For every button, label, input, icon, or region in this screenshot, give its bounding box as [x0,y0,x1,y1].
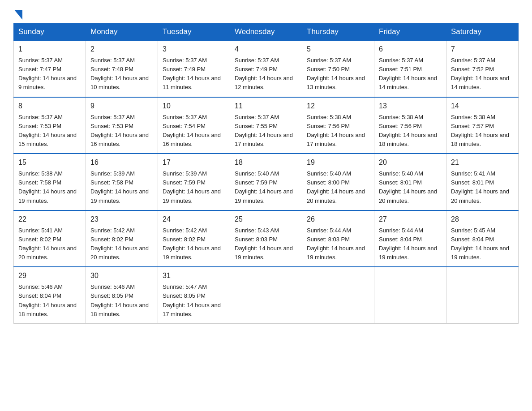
day-number: 28 [451,214,514,225]
day-info: Sunrise: 5:40 AMSunset: 8:00 PMDaylight:… [307,170,365,204]
calendar-week-row: 29 Sunrise: 5:46 AMSunset: 8:04 PMDaylig… [14,267,519,323]
day-number: 20 [379,157,442,168]
calendar-cell: 13 Sunrise: 5:38 AMSunset: 7:56 PMDaylig… [374,97,446,154]
calendar-cell: 1 Sunrise: 5:37 AMSunset: 7:47 PMDayligh… [14,40,86,97]
logo-flag-icon [14,10,22,21]
calendar-cell: 7 Sunrise: 5:37 AMSunset: 7:52 PMDayligh… [446,40,519,97]
day-number: 27 [379,214,442,225]
calendar-cell: 29 Sunrise: 5:46 AMSunset: 8:04 PMDaylig… [14,267,86,323]
calendar-cell: 27 Sunrise: 5:44 AMSunset: 8:04 PMDaylig… [374,210,446,267]
calendar-cell: 22 Sunrise: 5:41 AMSunset: 8:02 PMDaylig… [14,210,86,267]
calendar-cell: 8 Sunrise: 5:37 AMSunset: 7:53 PMDayligh… [14,97,86,154]
day-info: Sunrise: 5:37 AMSunset: 7:47 PMDaylight:… [18,57,77,90]
day-info: Sunrise: 5:41 AMSunset: 8:02 PMDaylight:… [18,227,77,261]
calendar-cell: 25 Sunrise: 5:43 AMSunset: 8:03 PMDaylig… [230,210,302,267]
calendar-header-sunday: Sunday [14,24,86,41]
day-info: Sunrise: 5:37 AMSunset: 7:54 PMDaylight:… [163,114,221,147]
day-info: Sunrise: 5:37 AMSunset: 7:52 PMDaylight:… [451,57,509,90]
calendar-cell: 2 Sunrise: 5:37 AMSunset: 7:48 PMDayligh… [86,40,158,97]
day-number: 25 [235,214,297,225]
day-number: 2 [90,44,153,55]
day-number: 18 [235,157,297,168]
day-number: 12 [307,101,369,111]
calendar-cell [446,267,519,323]
day-info: Sunrise: 5:47 AMSunset: 8:05 PMDaylight:… [163,283,221,317]
calendar-cell: 24 Sunrise: 5:42 AMSunset: 8:02 PMDaylig… [158,210,230,267]
day-number: 17 [163,157,225,168]
day-number: 10 [163,101,225,111]
day-number: 1 [18,44,81,55]
calendar-cell: 12 Sunrise: 5:38 AMSunset: 7:56 PMDaylig… [302,97,374,154]
calendar-cell: 16 Sunrise: 5:39 AMSunset: 7:58 PMDaylig… [86,154,158,210]
day-number: 24 [163,214,225,225]
day-number: 15 [18,157,81,168]
calendar-cell: 14 Sunrise: 5:38 AMSunset: 7:57 PMDaylig… [446,97,519,154]
day-number: 29 [18,270,81,281]
day-number: 11 [235,101,297,111]
day-number: 23 [90,214,153,225]
calendar-cell: 23 Sunrise: 5:42 AMSunset: 8:02 PMDaylig… [86,210,158,267]
day-number: 22 [18,214,81,225]
calendar-table: SundayMondayTuesdayWednesdayThursdayFrid… [13,23,519,324]
calendar-cell: 26 Sunrise: 5:44 AMSunset: 8:03 PMDaylig… [302,210,374,267]
calendar-cell: 17 Sunrise: 5:39 AMSunset: 7:59 PMDaylig… [158,154,230,210]
calendar-header-row: SundayMondayTuesdayWednesdayThursdayFrid… [14,24,519,41]
calendar-week-row: 15 Sunrise: 5:38 AMSunset: 7:58 PMDaylig… [14,154,519,210]
day-info: Sunrise: 5:40 AMSunset: 7:59 PMDaylight:… [235,170,293,204]
day-info: Sunrise: 5:38 AMSunset: 7:57 PMDaylight:… [451,114,509,147]
day-info: Sunrise: 5:37 AMSunset: 7:48 PMDaylight:… [90,57,149,90]
day-info: Sunrise: 5:44 AMSunset: 8:03 PMDaylight:… [307,227,365,261]
day-info: Sunrise: 5:42 AMSunset: 8:02 PMDaylight:… [90,227,149,261]
calendar-week-row: 22 Sunrise: 5:41 AMSunset: 8:02 PMDaylig… [14,210,519,267]
day-info: Sunrise: 5:43 AMSunset: 8:03 PMDaylight:… [235,227,293,261]
day-number: 13 [379,101,442,111]
calendar-cell: 28 Sunrise: 5:45 AMSunset: 8:04 PMDaylig… [446,210,519,267]
calendar-header-monday: Monday [86,24,158,41]
day-info: Sunrise: 5:46 AMSunset: 8:05 PMDaylight:… [90,283,149,317]
day-number: 5 [307,44,369,55]
calendar-header-saturday: Saturday [446,24,519,41]
calendar-week-row: 1 Sunrise: 5:37 AMSunset: 7:47 PMDayligh… [14,40,519,97]
day-number: 26 [307,214,369,225]
day-number: 19 [307,157,369,168]
day-number: 8 [18,101,81,111]
calendar-header-wednesday: Wednesday [230,24,302,41]
day-info: Sunrise: 5:40 AMSunset: 8:01 PMDaylight:… [379,170,437,204]
day-info: Sunrise: 5:37 AMSunset: 7:49 PMDaylight:… [235,57,293,90]
logo [13,9,22,19]
day-number: 14 [451,101,514,111]
calendar-cell: 15 Sunrise: 5:38 AMSunset: 7:58 PMDaylig… [14,154,86,210]
calendar-cell: 20 Sunrise: 5:40 AMSunset: 8:01 PMDaylig… [374,154,446,210]
day-number: 6 [379,44,442,55]
calendar-cell: 19 Sunrise: 5:40 AMSunset: 8:00 PMDaylig… [302,154,374,210]
calendar-header-tuesday: Tuesday [158,24,230,41]
day-info: Sunrise: 5:38 AMSunset: 7:56 PMDaylight:… [307,114,365,147]
day-info: Sunrise: 5:37 AMSunset: 7:51 PMDaylight:… [379,57,437,90]
day-info: Sunrise: 5:37 AMSunset: 7:50 PMDaylight:… [307,57,365,90]
calendar-cell: 10 Sunrise: 5:37 AMSunset: 7:54 PMDaylig… [158,97,230,154]
day-number: 31 [163,270,225,281]
day-info: Sunrise: 5:44 AMSunset: 8:04 PMDaylight:… [379,227,437,261]
day-number: 21 [451,157,514,168]
calendar-cell: 30 Sunrise: 5:46 AMSunset: 8:05 PMDaylig… [86,267,158,323]
day-info: Sunrise: 5:38 AMSunset: 7:58 PMDaylight:… [18,170,77,204]
day-number: 16 [90,157,153,168]
calendar-cell [302,267,374,323]
calendar-cell [230,267,302,323]
calendar-cell: 31 Sunrise: 5:47 AMSunset: 8:05 PMDaylig… [158,267,230,323]
day-info: Sunrise: 5:37 AMSunset: 7:53 PMDaylight:… [90,114,149,147]
calendar-cell: 9 Sunrise: 5:37 AMSunset: 7:53 PMDayligh… [86,97,158,154]
calendar-cell: 21 Sunrise: 5:41 AMSunset: 8:01 PMDaylig… [446,154,519,210]
calendar-cell: 11 Sunrise: 5:37 AMSunset: 7:55 PMDaylig… [230,97,302,154]
day-info: Sunrise: 5:39 AMSunset: 7:59 PMDaylight:… [163,170,221,204]
day-info: Sunrise: 5:37 AMSunset: 7:55 PMDaylight:… [235,114,293,147]
page-header [13,9,519,19]
day-number: 3 [163,44,225,55]
day-number: 7 [451,44,514,55]
calendar-cell: 4 Sunrise: 5:37 AMSunset: 7:49 PMDayligh… [230,40,302,97]
day-number: 4 [235,44,297,55]
calendar-cell: 5 Sunrise: 5:37 AMSunset: 7:50 PMDayligh… [302,40,374,97]
day-info: Sunrise: 5:42 AMSunset: 8:02 PMDaylight:… [163,227,221,261]
calendar-cell: 3 Sunrise: 5:37 AMSunset: 7:49 PMDayligh… [158,40,230,97]
day-info: Sunrise: 5:38 AMSunset: 7:56 PMDaylight:… [379,114,437,147]
